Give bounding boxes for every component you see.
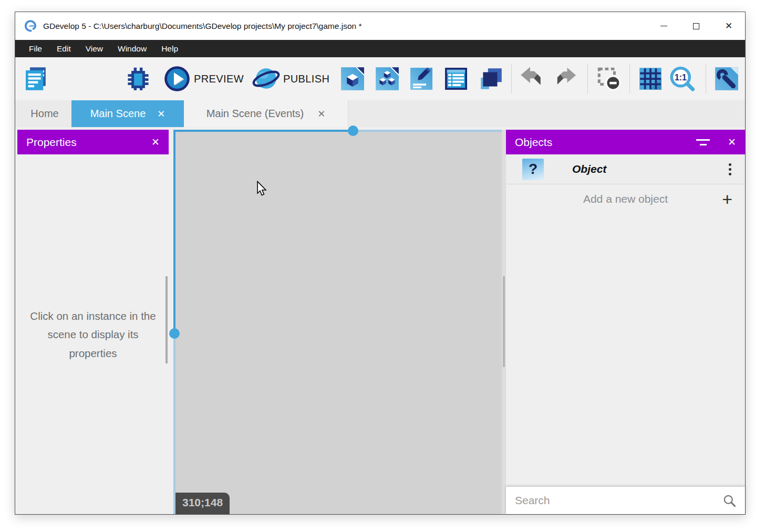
toolbar-separator xyxy=(587,64,588,93)
gdevelop-window: GDevelop 5 - C:\Users\charburg\Documents… xyxy=(15,12,746,515)
objects-panel-title: Objects xyxy=(515,136,552,149)
canvas-horizontal-scroll-track[interactable] xyxy=(173,130,502,132)
objects-list-empty-area xyxy=(506,214,745,514)
search-icon[interactable] xyxy=(722,494,737,508)
filter-icon[interactable] xyxy=(696,139,710,145)
open-settings-icon[interactable] xyxy=(714,66,740,92)
toolbar-separator xyxy=(511,64,512,93)
close-icon: ✕ xyxy=(725,22,732,30)
menu-bar: File Edit View Window Help xyxy=(15,40,745,57)
scene-canvas[interactable]: 310;148 xyxy=(173,130,506,514)
edit-objects-icon[interactable] xyxy=(374,66,400,92)
maximize-button[interactable] xyxy=(680,12,712,40)
properties-panel-body: Click on an instance in the scene to dis… xyxy=(17,154,169,514)
preview-label[interactable]: PREVIEW xyxy=(194,73,244,85)
publish-globe-icon[interactable] xyxy=(252,65,281,93)
object-name: Object xyxy=(572,163,606,175)
properties-panel-title: Properties xyxy=(26,136,77,149)
tab-close-icon[interactable]: ✕ xyxy=(317,108,325,120)
properties-scrollbar[interactable] xyxy=(166,276,168,363)
tab-home[interactable]: Home xyxy=(18,100,71,127)
menu-edit[interactable]: Edit xyxy=(49,40,78,57)
svg-text:1:1: 1:1 xyxy=(675,73,687,82)
add-new-object-button[interactable]: Add a new object + xyxy=(506,184,745,214)
toolbar-separator xyxy=(706,64,706,93)
cursor-coordinates-badge: 310;148 xyxy=(175,493,230,514)
undo-icon[interactable] xyxy=(518,66,544,92)
events-sheet-icon[interactable] xyxy=(443,66,469,91)
tab-main-scene-label: Main Scene xyxy=(90,108,146,120)
toolbar-separator xyxy=(629,64,630,93)
window-title: GDevelop 5 - C:\Users\charburg\Documents… xyxy=(43,22,361,31)
properties-empty-message: Click on an instance in the scene to dis… xyxy=(26,307,160,362)
deselect-instances-icon[interactable] xyxy=(596,66,622,92)
gdevelop-logo-icon xyxy=(23,19,37,34)
edit-events-icon[interactable] xyxy=(409,66,434,91)
object-menu-kebab-icon[interactable] xyxy=(729,163,731,175)
tab-home-label: Home xyxy=(30,108,58,120)
canvas-right-scroll-thumb[interactable] xyxy=(503,276,505,367)
menu-view[interactable]: View xyxy=(78,40,110,57)
tab-main-scene-events[interactable]: Main Scene (Events) ✕ xyxy=(184,100,348,127)
objects-panel-header: Objects ✕ xyxy=(506,130,745,154)
zoom-original-icon[interactable]: 1:1 xyxy=(669,66,696,92)
tab-bar: Home Main Scene ✕ Main Scene (Events) ✕ xyxy=(15,100,745,127)
mouse-cursor-icon xyxy=(255,181,268,196)
preview-play-icon[interactable] xyxy=(163,65,191,92)
objects-search-bar xyxy=(506,487,745,514)
toggle-grid-icon[interactable] xyxy=(637,66,664,92)
canvas-vertical-scroll-thumb[interactable] xyxy=(169,328,180,339)
search-input[interactable] xyxy=(506,494,722,507)
redo-icon[interactable] xyxy=(554,67,578,91)
minimize-icon xyxy=(660,26,667,27)
menu-help[interactable]: Help xyxy=(154,40,185,57)
properties-close-icon[interactable]: ✕ xyxy=(151,136,160,148)
object-list-item[interactable]: ? Object xyxy=(506,154,745,184)
debug-icon[interactable] xyxy=(125,66,151,92)
publish-label[interactable]: PUBLISH xyxy=(283,73,329,85)
toolbar: PREVIEW PUBLISH xyxy=(15,57,745,100)
canvas-horizontal-scroll-thumb[interactable] xyxy=(348,126,358,136)
tab-main-scene[interactable]: Main Scene ✕ xyxy=(71,100,184,127)
edit-scene-icon[interactable] xyxy=(339,66,366,92)
maximize-icon xyxy=(693,23,699,29)
project-manager-icon[interactable] xyxy=(22,65,50,93)
tab-close-icon[interactable]: ✕ xyxy=(157,108,165,120)
window-controls: ✕ xyxy=(647,12,745,40)
object-default-icon: ? xyxy=(522,159,544,180)
close-button[interactable]: ✕ xyxy=(712,12,745,40)
canvas-right-scrollbar-area xyxy=(502,130,506,514)
tab-main-scene-events-label: Main Scene (Events) xyxy=(206,108,304,120)
layers-icon[interactable] xyxy=(478,66,504,92)
objects-close-icon[interactable]: ✕ xyxy=(728,136,736,148)
menu-window[interactable]: Window xyxy=(110,40,154,57)
minimize-button[interactable] xyxy=(647,12,680,40)
properties-panel: Properties ✕ Click on an instance in the… xyxy=(17,130,169,514)
add-new-object-label: Add a new object xyxy=(583,193,668,205)
plus-icon: + xyxy=(722,190,732,208)
objects-panel: Objects ✕ ? Object Add a new object + xyxy=(506,130,745,514)
title-bar: GDevelop 5 - C:\Users\charburg\Documents… xyxy=(15,12,745,40)
properties-panel-header: Properties ✕ xyxy=(17,130,169,154)
menu-file[interactable]: File xyxy=(22,40,49,57)
main-content: Properties ✕ Click on an instance in the… xyxy=(15,127,745,514)
canvas-vertical-scroll-track[interactable] xyxy=(173,130,175,514)
